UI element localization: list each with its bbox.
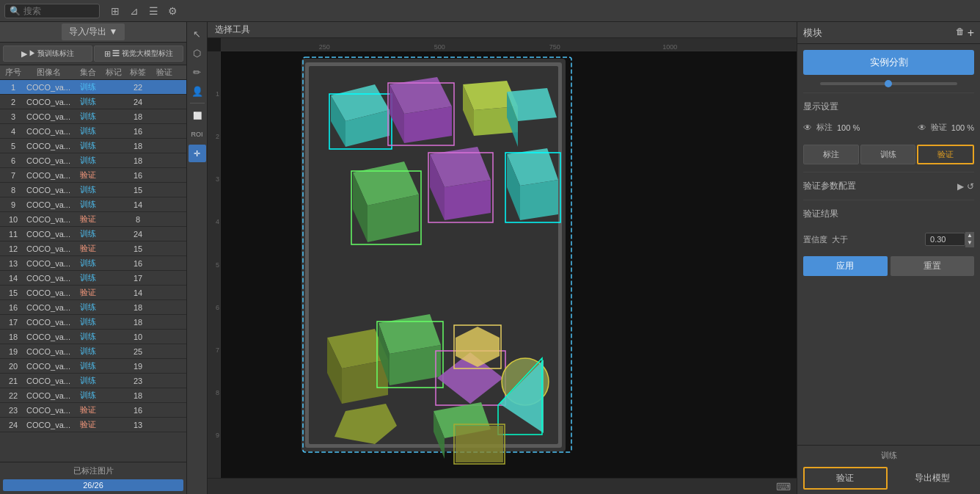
- add-icon[interactable]: +: [968, 26, 974, 40]
- eye-icon-validate[interactable]: 👁: [918, 123, 926, 133]
- table-row[interactable]: 7 COCO_va... 验证 16: [0, 168, 186, 183]
- table-row[interactable]: 21 COCO_va... 训练 23: [0, 374, 186, 388]
- validate-bottom-button[interactable]: 验证: [803, 467, 888, 490]
- greater-than-label: 大于: [832, 234, 848, 245]
- ruler-mark-250: 250: [319, 43, 330, 51]
- list-icon[interactable]: ☰: [145, 3, 161, 19]
- col-mark: 标记: [103, 67, 125, 78]
- instance-seg-button[interactable]: 实例分割: [803, 50, 974, 75]
- row-name: COCO_va...: [23, 156, 73, 165]
- select-tool[interactable]: ✛: [189, 145, 206, 162]
- cursor-tool[interactable]: ↖: [189, 25, 206, 43]
- row-name: COCO_va...: [23, 406, 73, 415]
- instance-slider[interactable]: [820, 82, 957, 85]
- row-name: COCO_va...: [23, 98, 73, 106]
- table-row[interactable]: 1 COCO_va... 训练 22: [0, 80, 186, 95]
- confidence-input[interactable]: [925, 233, 965, 246]
- table-row[interactable]: 24 COCO_va... 验证 13: [0, 418, 186, 432]
- col-verify: 验证: [151, 67, 178, 78]
- row-name: COCO_va...: [23, 333, 73, 341]
- row-set: 验证: [73, 287, 103, 298]
- table-row[interactable]: 10 COCO_va... 验证 8: [0, 212, 186, 227]
- tab-annotate[interactable]: 标注: [803, 145, 859, 164]
- delete-icon[interactable]: 🗑: [956, 26, 965, 40]
- row-label: 18: [125, 156, 151, 165]
- table-row[interactable]: 18 COCO_va... 训练 10: [0, 330, 186, 344]
- ruler-horizontal: 250 500 750 1000: [221, 38, 797, 51]
- row-set: 训练: [73, 272, 103, 283]
- table-row[interactable]: 17 COCO_va... 训练 18: [0, 315, 186, 330]
- table-row[interactable]: 3 COCO_va... 训练 18: [0, 109, 186, 124]
- row-label: 24: [125, 98, 151, 106]
- reset-button[interactable]: 重置: [891, 256, 975, 276]
- table-row[interactable]: 12 COCO_va... 验证 15: [0, 241, 186, 256]
- top-bar: 🔍 ⊞ ⊿ ☰ ⚙: [0, 0, 980, 22]
- image-icon[interactable]: ⊞: [107, 3, 123, 19]
- vision-model-button[interactable]: ⊞ ☰ 视觉大模型标注: [94, 46, 183, 62]
- row-set: 训练: [73, 184, 103, 195]
- row-set: 验证: [73, 214, 103, 225]
- main-layout: 导入/导出 ▼ ▶ ▶ 预训练标注 ⊞ ☰ 视觉大模型标注 序号 图像名 集合 …: [0, 22, 980, 494]
- row-label: 17: [125, 274, 151, 283]
- table-row[interactable]: 22 COCO_va... 训练 18: [0, 388, 186, 403]
- brush-tool[interactable]: ✏: [189, 63, 206, 81]
- polygon-tool[interactable]: ⬡: [189, 44, 206, 62]
- rect-tool[interactable]: ⬜: [189, 106, 206, 124]
- tab-validate[interactable]: 验证: [917, 145, 974, 164]
- settings-icon[interactable]: ⚙: [164, 3, 180, 19]
- import-export-button[interactable]: 导入/导出 ▼: [62, 23, 125, 40]
- row-name: COCO_va...: [23, 347, 73, 356]
- table-row[interactable]: 5 COCO_va... 训练 18: [0, 139, 186, 153]
- eye-icon-label[interactable]: 👁: [803, 123, 812, 133]
- pretrain-annotate-button[interactable]: ▶ ▶ 预训练标注: [3, 46, 92, 62]
- table-row[interactable]: 13 COCO_va... 训练 16: [0, 256, 186, 271]
- row-id: 6: [3, 156, 23, 165]
- roi-tool[interactable]: ROI: [189, 126, 206, 143]
- right-body: 实例分割 显示设置 👁 标注 100 % 👁 验证 100 % 标注 训练 验证: [797, 44, 980, 445]
- row-label: 18: [125, 318, 151, 327]
- table-row[interactable]: 14 COCO_va... 训练 17: [0, 271, 186, 286]
- table-row[interactable]: 4 COCO_va... 训练 16: [0, 124, 186, 139]
- tab-train[interactable]: 训练: [860, 145, 916, 164]
- right-bottom: 训练 验证 导出模型: [797, 445, 980, 494]
- refresh-icon[interactable]: ↺: [967, 181, 974, 192]
- export-model-button[interactable]: 导出模型: [891, 467, 975, 490]
- right-panel-title: 模块: [803, 26, 822, 40]
- row-set: 验证: [73, 170, 103, 181]
- table-row[interactable]: 19 COCO_va... 训练 25: [0, 344, 186, 359]
- row-id: 8: [3, 186, 23, 195]
- row-label: 16: [125, 171, 151, 180]
- row-id: 2: [3, 98, 23, 106]
- canvas-area: 选择工具 250 500 750 1000 1 2 3 4 5 6 7 8 9: [208, 22, 797, 494]
- person-tool[interactable]: 👤: [189, 82, 206, 100]
- row-label: 24: [125, 230, 151, 239]
- table-row[interactable]: 23 COCO_va... 验证 16: [0, 403, 186, 418]
- row-label: 16: [125, 406, 151, 415]
- row-id: 7: [3, 171, 23, 180]
- table-row[interactable]: 8 COCO_va... 训练 15: [0, 183, 186, 197]
- chevron-right-icon[interactable]: ▶: [957, 181, 964, 192]
- stepper-down[interactable]: ▼: [965, 239, 974, 247]
- table-row[interactable]: 20 COCO_va... 训练 19: [0, 359, 186, 374]
- search-box[interactable]: 🔍: [4, 4, 100, 18]
- row-id: 10: [3, 215, 23, 224]
- row-set: 训练: [73, 360, 103, 371]
- table-row[interactable]: 16 COCO_va... 训练 18: [0, 300, 186, 315]
- table-row[interactable]: 9 COCO_va... 训练 14: [0, 197, 186, 212]
- table-row[interactable]: 11 COCO_va... 训练 24: [0, 227, 186, 241]
- row-label: 23: [125, 377, 151, 385]
- canvas-viewport[interactable]: [221, 51, 797, 478]
- search-input[interactable]: [23, 6, 95, 16]
- row-set: 训练: [73, 96, 103, 107]
- validate-text: 验证: [931, 122, 947, 133]
- table-row[interactable]: 2 COCO_va... 训练 24: [0, 95, 186, 109]
- row-name: COCO_va...: [23, 421, 73, 429]
- keyboard-icon[interactable]: ⌨: [776, 481, 791, 493]
- apply-button[interactable]: 应用: [803, 256, 888, 276]
- canvas-bottom: ⌨: [208, 478, 797, 494]
- table-row[interactable]: 15 COCO_va... 验证 14: [0, 286, 186, 300]
- stepper-up[interactable]: ▲: [965, 232, 974, 239]
- filter-icon[interactable]: ⊿: [126, 3, 142, 19]
- table-row[interactable]: 6 COCO_va... 训练 18: [0, 153, 186, 168]
- col-id: 序号: [3, 67, 23, 78]
